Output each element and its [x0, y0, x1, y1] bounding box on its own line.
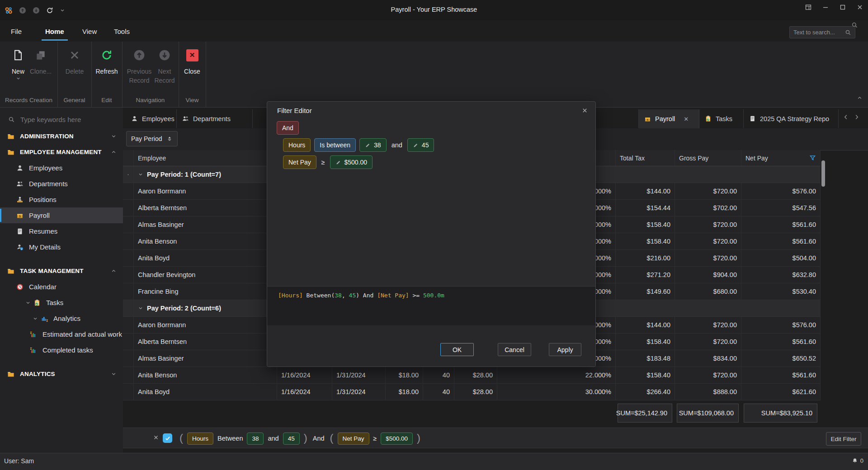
sidebar-item-task-management[interactable]: TASK MANAGEMENT — [0, 263, 123, 279]
filter-funnel-icon[interactable] — [809, 155, 816, 161]
filter-enabled-checkbox[interactable] — [163, 433, 172, 443]
arrow-up-circle-icon[interactable] — [19, 7, 26, 14]
filterbar-operator-glyph[interactable]: ≥ — [373, 435, 377, 442]
arrow-down-circle-icon[interactable] — [33, 7, 40, 14]
expression-token-plain: ) And — [356, 292, 377, 299]
ribbon-search-box[interactable]: Text to search... — [789, 26, 855, 38]
group-by-chip-pay-period[interactable]: Pay Period — [126, 131, 178, 146]
close-icon[interactable] — [856, 4, 863, 11]
sidebar-item-my-details[interactable]: iMy Details — [0, 239, 123, 255]
cell-gross[interactable]: Gross Pay — [675, 150, 741, 166]
cell-value-employee: Anita Boyd — [138, 254, 170, 262]
filterbar-bracket: ( — [179, 432, 183, 444]
grid-vertical-scrollbar[interactable] — [821, 160, 825, 187]
menu-item-tools[interactable]: Tools — [113, 26, 131, 37]
chevron-down-icon[interactable] — [138, 306, 143, 311]
chevron-down-icon[interactable] — [138, 172, 143, 177]
menu-item-home[interactable]: Home — [44, 26, 65, 37]
menu-item-view[interactable]: View — [81, 26, 98, 37]
cell-value-ot: $28.00 — [473, 371, 493, 379]
filter-expression-editor[interactable]: [Hours] Between(38, 45) And [Net Pay] >=… — [267, 286, 595, 326]
sidebar-item-tasks[interactable]: Tasks — [0, 295, 123, 310]
cell-net[interactable]: Net Pay — [741, 150, 821, 166]
ok-button[interactable]: OK — [440, 343, 474, 356]
resume-doc-icon — [749, 115, 756, 122]
filterbar-field-chip[interactable]: Hours — [187, 432, 213, 445]
tab-departments[interactable]: Departments — [177, 109, 253, 128]
cell-value-net: $576.00 — [793, 188, 816, 195]
sidebar-item-employee-management[interactable]: EMPLOYEE MANAGEMENT — [0, 144, 123, 160]
apply-button[interactable]: Apply — [549, 343, 581, 356]
table-row[interactable]: Anita Boyd1/16/20241/31/2024$18.0040$28.… — [123, 384, 821, 400]
and-operator-chip[interactable]: And — [277, 121, 299, 135]
app-logo-icon[interactable] — [5, 6, 13, 14]
sidebar-item-analytics[interactable]: ΣAnalytics — [0, 310, 123, 326]
tab-2025-qa-strategy-repo[interactable]: 2025 QA Strategy Repo — [744, 109, 839, 128]
minimize-icon[interactable] — [822, 4, 829, 11]
tab-payroll[interactable]: $Payroll✕ — [639, 109, 699, 128]
dialog-title: Filter Editor — [277, 107, 312, 114]
cell-value-gross: $904.00 — [713, 271, 737, 278]
cell-expand[interactable] — [123, 150, 134, 166]
ribbon-button-close[interactable]: ✕Close — [177, 45, 208, 76]
refresh-icon[interactable] — [46, 7, 53, 14]
sidebar-item-analytics[interactable]: ANALYTICS — [0, 366, 123, 382]
dialog-condition-value-chip[interactable]: 45 — [407, 138, 434, 152]
clipboard-check-icon — [705, 115, 712, 122]
table-row[interactable]: Anita Benson1/16/20241/31/2024$18.0040$2… — [123, 367, 821, 384]
menu-item-file[interactable]: File — [10, 26, 23, 37]
dialog-condition-operator-chip[interactable]: Is between — [314, 138, 356, 152]
expression-token-plain: , — [342, 292, 349, 299]
edit-filter-button[interactable]: Edit Filter — [826, 432, 861, 446]
dialog-condition-operator-glyph[interactable]: ≥ — [321, 159, 325, 166]
tab-tasks[interactable]: Tasks — [699, 109, 744, 128]
cell-expand[interactable] — [123, 300, 134, 316]
chevron-right-icon[interactable] — [854, 114, 860, 120]
ribbon-button-refresh[interactable]: Refresh — [91, 45, 122, 76]
cancel-button[interactable]: Cancel — [498, 343, 531, 356]
cell-gross: $904.00 — [675, 267, 741, 283]
chevron-down-icon[interactable] — [33, 316, 38, 321]
filterbar-value-chip[interactable]: 38 — [247, 432, 264, 445]
filterbar-value-chip[interactable]: 45 — [283, 432, 300, 445]
chevron-down-icon[interactable] — [60, 8, 65, 13]
maximize-icon[interactable] — [839, 4, 846, 11]
dialog-condition-value-chip[interactable]: $500.00 — [330, 155, 373, 169]
filter-close-icon[interactable] — [153, 434, 159, 441]
ribbon-collapse-button[interactable] — [857, 95, 863, 101]
filterbar-field-chip[interactable]: Net Pay — [338, 432, 369, 445]
cell-value-employee: Almas Basinger — [138, 221, 184, 228]
cell-ot: $28.00 — [454, 384, 497, 400]
cell-value-net: $504.00 — [793, 254, 816, 262]
status-notifications[interactable]: 0 — [852, 457, 863, 464]
dialog-condition-field-chip[interactable]: Net Pay — [283, 155, 316, 169]
sidebar-item-estimated-and-actual-work-con[interactable]: ΣEstimated and actual work con — [0, 326, 123, 342]
sidebar-item-positions[interactable]: Positions — [0, 192, 123, 207]
filterbar-value-chip[interactable]: $500.00 — [381, 432, 413, 445]
sidebar-item-resumes-label: Resumes — [29, 227, 57, 235]
sidebar-item-calendar[interactable]: Calendar — [0, 279, 123, 295]
grid-search-icon[interactable] — [851, 22, 858, 28]
tab-employees[interactable]: Employees — [126, 109, 177, 128]
cell-employee: Anita Boyd — [134, 384, 277, 400]
sidebar-item-resumes[interactable]: Resumes — [0, 223, 123, 239]
cell-total_tax[interactable]: Total Tax — [616, 150, 675, 166]
panel-icon[interactable] — [805, 4, 812, 11]
tab-close-icon[interactable]: ✕ — [684, 116, 689, 122]
sidebar-item-departments[interactable]: Departments — [0, 176, 123, 192]
dialog-close-icon[interactable] — [581, 107, 588, 114]
sidebar-item-employees[interactable]: Employees — [0, 160, 123, 176]
people-icon — [16, 180, 24, 188]
dialog-condition-field-chip[interactable]: Hours — [283, 138, 311, 152]
sidebar-item-payroll[interactable]: $Payroll — [0, 207, 123, 223]
chevron-left-icon[interactable] — [843, 114, 849, 120]
summary-gross: SUM=$109,068.00 — [677, 404, 739, 423]
sidebar-item-completed-tasks[interactable]: ΣCompleted tasks — [0, 342, 123, 358]
cell-expand[interactable] — [123, 166, 134, 183]
cell-value-net: $547.56 — [793, 204, 816, 212]
dialog-condition-value-chip[interactable]: 38 — [359, 138, 387, 152]
sidebar-search-input[interactable]: Type keywords here — [0, 108, 123, 128]
cell-employee[interactable]: Employee — [134, 150, 277, 166]
sidebar-item-administration[interactable]: ADMINISTRATION — [0, 128, 123, 144]
chevron-down-icon[interactable] — [25, 300, 31, 306]
